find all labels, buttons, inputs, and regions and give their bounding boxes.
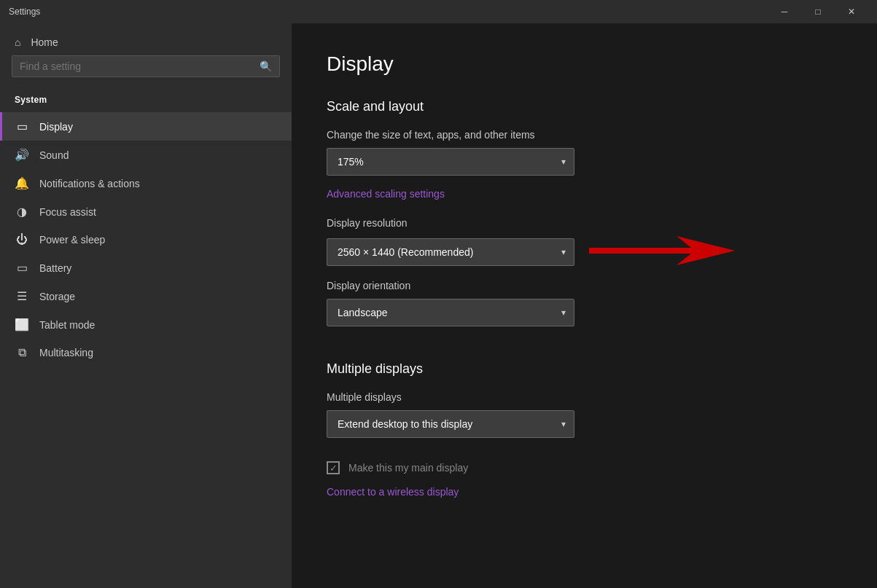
tablet-icon: ⬜ — [15, 318, 29, 332]
sidebar-item-sound[interactable]: 🔊 Sound — [0, 141, 292, 169]
scale-layout-title: Scale and layout — [327, 99, 842, 114]
sidebar-item-multitasking[interactable]: ⧉ Multitasking — [0, 339, 292, 366]
multitasking-icon: ⧉ — [15, 346, 29, 359]
sidebar-item-power[interactable]: ⏻ Power & sleep — [0, 226, 292, 254]
wireless-display-link[interactable]: Connect to a wireless display — [327, 486, 459, 498]
scale-dropdown[interactable]: 100% 125% 150% 175% 200% — [327, 148, 574, 176]
svg-marker-0 — [589, 236, 735, 265]
resolution-dropdown[interactable]: 1920 × 1080 2560 × 1440 (Recommended) 38… — [327, 238, 574, 266]
sidebar-item-label-storage: Storage — [39, 291, 75, 302]
sidebar-item-label-battery: Battery — [39, 262, 71, 274]
app-body: ⌂ Home 🔍 System ▭ Display 🔊 Sound 🔔 Noti… — [0, 23, 877, 588]
orientation-dropdown[interactable]: Landscape Portrait Landscape (flipped) P… — [327, 299, 574, 326]
notifications-icon: 🔔 — [15, 176, 29, 190]
close-button[interactable]: ✕ — [835, 0, 868, 23]
storage-icon: ☰ — [15, 289, 29, 303]
window-title: Settings — [9, 7, 768, 17]
home-label: Home — [31, 36, 58, 48]
resolution-label: Display resolution — [327, 217, 842, 229]
multiple-displays-dropdown[interactable]: Duplicate these displays Extend desktop … — [327, 410, 574, 438]
window-controls: ─ □ ✕ — [768, 0, 868, 23]
title-bar: Settings ─ □ ✕ — [0, 0, 877, 23]
home-icon: ⌂ — [15, 36, 20, 48]
scale-dropdown-container: 100% 125% 150% 175% 200% ▾ — [327, 148, 574, 176]
sidebar-item-label-notifications: Notifications & actions — [39, 178, 140, 189]
search-box[interactable]: 🔍 — [12, 55, 280, 77]
check-icon: ✓ — [330, 463, 338, 474]
main-display-checkbox-row: ✓ Make this my main display — [327, 461, 842, 474]
resolution-row: 1920 × 1080 2560 × 1440 (Recommended) 38… — [327, 236, 842, 268]
main-display-label: Make this my main display — [348, 462, 468, 474]
multiple-displays-section: Multiple displays Multiple displays Dupl… — [327, 361, 842, 498]
maximize-button[interactable]: □ — [801, 0, 835, 23]
sidebar-section-label: System — [0, 89, 292, 112]
sidebar-item-home[interactable]: ⌂ Home — [0, 29, 292, 55]
sidebar-item-label-focus: Focus assist — [39, 206, 96, 218]
advanced-scaling-link[interactable]: Advanced scaling settings — [327, 188, 445, 200]
sidebar-item-label-sound: Sound — [39, 149, 69, 161]
page-title: Display — [327, 52, 842, 76]
sidebar-item-label-power: Power & sleep — [39, 234, 105, 246]
sidebar-item-label-multitasking: Multitasking — [39, 347, 93, 358]
sidebar-item-tablet[interactable]: ⬜ Tablet mode — [0, 310, 292, 339]
display-icon: ▭ — [15, 119, 29, 133]
sidebar-item-battery[interactable]: ▭ Battery — [0, 254, 292, 282]
power-icon: ⏻ — [15, 233, 29, 246]
search-input[interactable] — [20, 60, 260, 72]
orientation-label: Display orientation — [327, 280, 842, 291]
sidebar-item-label-tablet: Tablet mode — [39, 319, 95, 331]
battery-icon: ▭ — [15, 261, 29, 275]
minimize-button[interactable]: ─ — [768, 0, 801, 23]
sound-icon: 🔊 — [15, 148, 29, 162]
red-arrow-annotation — [589, 236, 735, 268]
multiple-displays-dropdown-container: Duplicate these displays Extend desktop … — [327, 410, 574, 438]
multiple-displays-title: Multiple displays — [327, 361, 842, 377]
search-icon: 🔍 — [260, 60, 272, 72]
multiple-displays-label: Multiple displays — [327, 391, 842, 403]
main-content: Display Scale and layout Change the size… — [292, 23, 877, 588]
focus-icon: ◑ — [15, 205, 29, 219]
text-size-label: Change the size of text, apps, and other… — [327, 129, 842, 141]
sidebar-item-label-display: Display — [39, 121, 73, 133]
sidebar-item-notifications[interactable]: 🔔 Notifications & actions — [0, 169, 292, 197]
sidebar-item-storage[interactable]: ☰ Storage — [0, 282, 292, 310]
sidebar: ⌂ Home 🔍 System ▭ Display 🔊 Sound 🔔 Noti… — [0, 23, 292, 588]
sidebar-item-display[interactable]: ▭ Display — [0, 112, 292, 141]
resolution-dropdown-container: 1920 × 1080 2560 × 1440 (Recommended) 38… — [327, 238, 574, 266]
main-display-checkbox[interactable]: ✓ — [327, 461, 340, 474]
sidebar-item-focus[interactable]: ◑ Focus assist — [0, 197, 292, 226]
orientation-dropdown-container: Landscape Portrait Landscape (flipped) P… — [327, 299, 574, 326]
